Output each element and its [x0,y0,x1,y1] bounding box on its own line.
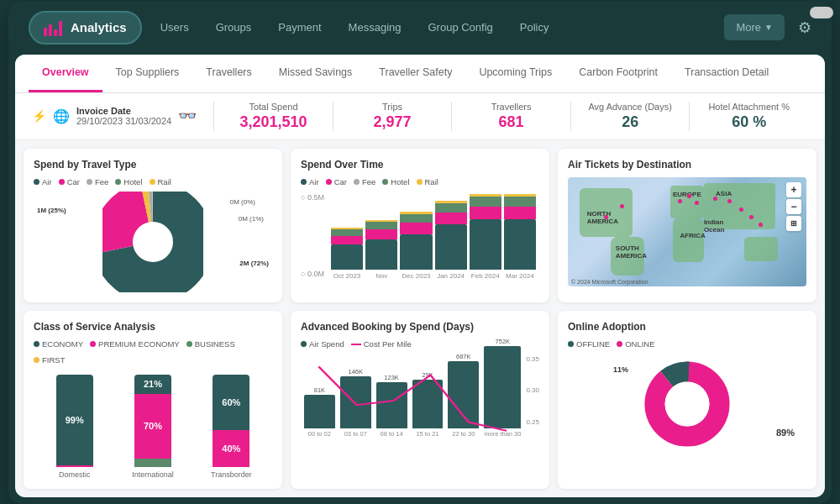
cos-stack-international: 21% 70% [134,375,171,467]
adv-chart-wrapper: 81K 00 to 02 146K 03 to 07 123K [301,354,539,463]
tab-travellers[interactable]: Travellers [192,55,265,92]
bar-label-oct: Oct 2023 [333,272,360,280]
nav-more-button[interactable]: More ▼ [724,14,785,40]
cos-legend-economy: ECONOMY [34,339,83,349]
chart-adv-booking: Advanced Booking by Spend (Days) Air Spe… [291,311,549,489]
cos-intl-premium: 70% [134,394,171,459]
adv-bar-segment-15-21 [412,380,444,428]
metric-hotel-attach: Hotel Attachment % 60 % [689,102,808,131]
chart-spend-time-title: Spend Over Time [301,159,539,171]
online-legend-offline: OFFLINE [568,339,610,349]
legend-fee: Fee [87,177,108,186]
bar-dec: Dec 2023 [400,194,432,280]
cos-label-domestic: Domestic [59,470,91,479]
avg-advance-value: 26 [580,113,681,131]
nav-policy[interactable]: Policy [508,14,561,40]
bar-jan: Jan 2024 [435,194,467,280]
zoom-in-button[interactable]: + [786,182,801,197]
nav-logo[interactable]: Analytics [29,11,142,45]
map-container: NORTHAMERICA SOUTHAMERICA EUROPE AFRICA … [568,177,806,286]
adv-bar-00-02: 81K 00 to 02 [304,386,335,438]
adv-bar-03-07: 146K 03 to 07 [340,368,371,438]
bar-chart: Oct 2023 Nov [328,192,539,280]
offline-label: 11% [613,365,628,374]
cos-domestic-economy: 99% [56,375,93,466]
tab-missed-savings[interactable]: Missed Savings [265,55,366,92]
cos-label-transborder: Transborder [211,470,252,479]
map-dot-9 [749,215,753,219]
cos-label-international: International [132,470,174,479]
y-label-bottom: ○ 0.0M [301,270,324,278]
nav-messaging[interactable]: Messaging [337,14,413,40]
svg-point-3 [113,202,193,282]
cos-legend-first: FIRST [34,355,65,365]
pie-label-air: 2M (72%) [239,260,269,267]
chart-air-header: Air Tickets by Destination [568,159,806,177]
cos-legend-premium: PREMIUM ECONOMY [90,339,180,349]
cos-stack-transborder: 60% 40% [213,375,249,467]
adv-bar-segment-22-30 [448,361,479,428]
map-label-north-america: NORTHAMERICA [587,210,618,225]
bar-mar: Mar 2024 [504,194,536,280]
tab-upcoming-trips[interactable]: Upcoming Trips [465,55,565,92]
settings-icon[interactable]: ⚙ [798,18,811,37]
nav-users[interactable]: Users [149,14,201,40]
adv-label-30plus: more than 30 [484,430,521,438]
bar-label-feb: Feb 2024 [471,272,500,280]
chart-online-legend: OFFLINE ONLINE [568,339,806,349]
map-label-south-america: SOUTHAMERICA [616,244,647,260]
metric-trips: Trips 2,977 [333,102,452,131]
chart-spend-time-legend: Air Car Fee Hotel Rail [301,177,539,186]
cos-intl-economy: 21% [134,375,171,394]
nav-group-config[interactable]: Group Config [416,14,504,40]
donut-container: 11% 89% [568,354,806,454]
chart-spend-type-title: Spend by Travel Type [34,159,272,171]
metric-travellers: Travellers 681 [451,102,570,131]
adv-bars: 81K 00 to 02 146K 03 to 07 123K [304,354,521,438]
globe-icon[interactable]: 🌐 [53,108,70,124]
travellers-label: Travellers [460,102,562,112]
visibility-icon[interactable]: 👓 [178,107,197,125]
nav-payment[interactable]: Payment [266,14,333,40]
charts-grid: Spend by Travel Type Air Car Fee Hotel R… [15,140,825,497]
nav-logo-text: Analytics [71,20,127,34]
adv-bar-15-21: 29K 15 to 21 [412,371,444,438]
adv-label-00-02: 00 to 02 [308,430,331,438]
zoom-out-button[interactable]: − [786,199,801,214]
tab-carbon-footprint[interactable]: Carbon Footprint [565,55,671,92]
tab-traveller-safety[interactable]: Traveller Safety [365,55,465,92]
chart-spend-type: Spend by Travel Type Air Car Fee Hotel R… [24,149,282,302]
chart-spend-type-legend: Air Car Fee Hotel Rail [34,177,272,186]
sot-legend-hotel: Hotel [382,177,409,186]
adv-val-08-14: 123K [384,374,399,381]
map-options-button[interactable]: ⊞ [786,216,801,231]
sot-legend-fee: Fee [354,177,375,186]
cos-legend-business: BUSINESS [186,339,235,349]
adv-y-axis-right: 0.35 0.30 0.25 [526,354,539,438]
bar-label-dec: Dec 2023 [402,272,430,280]
metric-total-spend: Total Spend 3,201,510 [213,102,333,131]
filter-icon[interactable]: ⚡ [32,109,46,123]
adv-bar-segment-08-14 [376,382,407,428]
metric-avg-advance: Avg Advance (Days) 26 [570,102,690,131]
tab-bar: Overview Top Suppliers Travellers Missed… [15,55,825,93]
nav-groups[interactable]: Groups [204,14,264,40]
map-label-indian-ocean: IndianOcean [704,218,724,234]
map-label-asia: ASIA [716,190,732,197]
cos-domestic-premium [56,465,93,466]
travellers-value: 681 [460,113,562,131]
chart-online-adoption: Online Adoption OFFLINE ONLINE 11% 89% [558,311,816,489]
sot-legend-air: Air [301,177,319,186]
hotel-attach-value: 60 % [698,113,800,131]
total-spend-value: 3,201,510 [223,113,324,131]
tab-transaction-detail[interactable]: Transaction Detail [671,55,782,92]
adv-val-00-02: 81K [314,386,325,394]
tab-overview[interactable]: Overview [29,55,102,92]
cos-trans-economy: 60% [213,375,249,430]
bar-label-mar: Mar 2024 [506,272,534,280]
pie-label-car: 1M (25%) [37,207,66,214]
chart-online-title: Online Adoption [568,321,806,333]
adv-bar-22-30: 687K 22 to 30 [448,353,479,438]
tab-top-suppliers[interactable]: Top Suppliers [102,55,193,92]
sot-legend-car: Car [326,177,347,186]
